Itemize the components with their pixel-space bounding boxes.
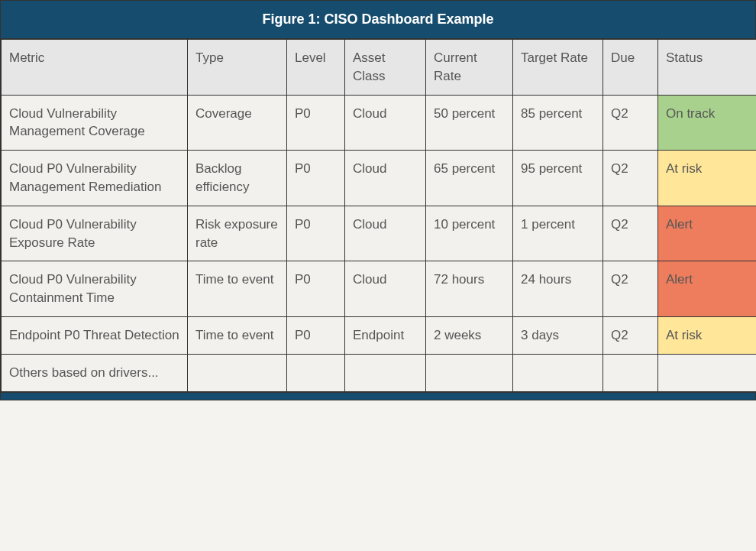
cell-level: P0 bbox=[287, 206, 345, 261]
cell-level: P0 bbox=[287, 95, 345, 151]
cell-target-rate: 95 percent bbox=[513, 151, 603, 206]
cell-current-rate: 72 hours bbox=[426, 261, 513, 317]
cell-target-rate: 3 days bbox=[513, 316, 603, 354]
cell-due: Q2 bbox=[603, 316, 658, 354]
cell-status: At risk bbox=[658, 151, 757, 206]
header-status: Status bbox=[658, 40, 757, 96]
cell-metric: Others based on drivers... bbox=[2, 354, 188, 391]
cell-metric: Cloud P0 Vulnerability Containment Time bbox=[2, 261, 188, 317]
cell-target-rate: 1 percent bbox=[513, 206, 603, 261]
table-row: Cloud P0 Vulnerability Exposure RateRisk… bbox=[2, 206, 757, 261]
cell-current-rate bbox=[426, 354, 513, 391]
cell-asset-class: Endpoint bbox=[345, 316, 426, 354]
dashboard-table: Metric Type Level Asset Class Current Ra… bbox=[1, 39, 756, 392]
footer-bar bbox=[1, 392, 755, 400]
header-due: Due bbox=[603, 40, 658, 96]
cell-type: Backlog efficiency bbox=[188, 151, 287, 206]
header-metric: Metric bbox=[2, 40, 188, 96]
cell-type: Time to event bbox=[188, 316, 287, 354]
cell-asset-class: Cloud bbox=[345, 206, 426, 261]
dashboard-container: Figure 1: CISO Dashboard Example Metric … bbox=[0, 0, 756, 400]
cell-due: Q2 bbox=[603, 261, 658, 317]
cell-type: Time to event bbox=[188, 261, 287, 317]
cell-due bbox=[603, 354, 658, 391]
table-row: Cloud P0 Vulnerability Management Remedi… bbox=[2, 151, 757, 206]
cell-type: Risk exposure rate bbox=[188, 206, 287, 261]
header-current-rate: Current Rate bbox=[426, 40, 513, 96]
cell-target-rate: 24 hours bbox=[513, 261, 603, 317]
header-asset-class: Asset Class bbox=[345, 40, 426, 96]
cell-asset-class: Cloud bbox=[345, 151, 426, 206]
cell-asset-class: Cloud bbox=[345, 95, 426, 151]
cell-target-rate bbox=[513, 354, 603, 391]
header-target-rate: Target Rate bbox=[513, 40, 603, 96]
cell-level: P0 bbox=[287, 151, 345, 206]
table-row: Cloud P0 Vulnerability Containment TimeT… bbox=[2, 261, 757, 317]
cell-level: P0 bbox=[287, 316, 345, 354]
cell-asset-class: Cloud bbox=[345, 261, 426, 317]
cell-current-rate: 65 percent bbox=[426, 151, 513, 206]
table-row: Endpoint P0 Threat DetectionTime to even… bbox=[2, 316, 757, 354]
cell-status: At risk bbox=[658, 316, 757, 354]
cell-due: Q2 bbox=[603, 206, 658, 261]
cell-current-rate: 10 percent bbox=[426, 206, 513, 261]
cell-asset-class bbox=[345, 354, 426, 391]
cell-metric: Cloud P0 Vulnerability Management Remedi… bbox=[2, 151, 188, 206]
cell-status bbox=[658, 354, 757, 391]
figure-title: Figure 1: CISO Dashboard Example bbox=[1, 1, 755, 39]
table-row: Cloud Vulnerability Management CoverageC… bbox=[2, 95, 757, 151]
cell-due: Q2 bbox=[603, 151, 658, 206]
cell-current-rate: 2 weeks bbox=[426, 316, 513, 354]
cell-status: On track bbox=[658, 95, 757, 151]
cell-metric: Endpoint P0 Threat Detection bbox=[2, 316, 188, 354]
cell-target-rate: 85 percent bbox=[513, 95, 603, 151]
header-type: Type bbox=[188, 40, 287, 96]
cell-level: P0 bbox=[287, 261, 345, 317]
cell-current-rate: 50 percent bbox=[426, 95, 513, 151]
cell-type bbox=[188, 354, 287, 391]
cell-status: Alert bbox=[658, 206, 757, 261]
cell-due: Q2 bbox=[603, 95, 658, 151]
header-level: Level bbox=[287, 40, 345, 96]
table-header-row: Metric Type Level Asset Class Current Ra… bbox=[2, 40, 757, 96]
table-row: Others based on drivers... bbox=[2, 354, 757, 391]
cell-metric: Cloud Vulnerability Management Coverage bbox=[2, 95, 188, 151]
cell-status: Alert bbox=[658, 261, 757, 317]
cell-metric: Cloud P0 Vulnerability Exposure Rate bbox=[2, 206, 188, 261]
cell-level bbox=[287, 354, 345, 391]
cell-type: Coverage bbox=[188, 95, 287, 151]
